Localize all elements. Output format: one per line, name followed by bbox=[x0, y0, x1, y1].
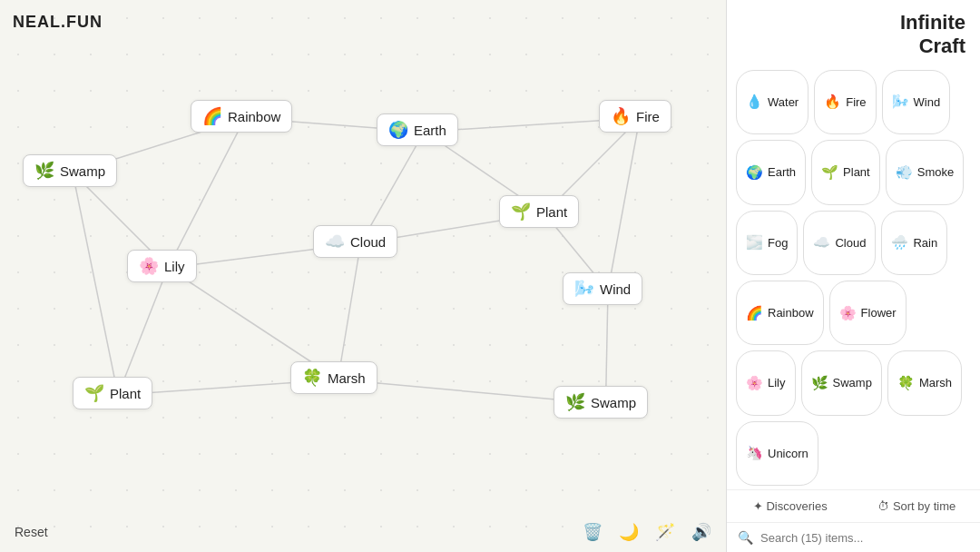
node-marsh[interactable]: 🍀Marsh bbox=[290, 361, 377, 394]
chip-label-marsh: Marsh bbox=[919, 376, 952, 389]
chip-emoji-fire: 🔥 bbox=[824, 94, 841, 110]
node-label-lily: Lily bbox=[164, 259, 185, 274]
chip-smoke[interactable]: 💨Smoke bbox=[886, 140, 964, 204]
node-emoji-earth: 🌍 bbox=[388, 120, 408, 140]
chip-label-flower: Flower bbox=[861, 306, 897, 320]
panel-footer: ✦ Discoveries ⏱ Sort by time 🔍 bbox=[727, 489, 980, 552]
node-earth[interactable]: 🌍Earth bbox=[377, 113, 458, 146]
panel-header: InfiniteCraft bbox=[727, 0, 980, 66]
chip-unicorn[interactable]: 🦄Unicorn bbox=[736, 421, 818, 486]
bottom-bar: Reset 🗑️ 🌙 🪄 🔊 bbox=[0, 512, 726, 552]
node-emoji-cloud: ☁️ bbox=[325, 232, 345, 251]
node-label-plant-mid: Plant bbox=[536, 204, 567, 220]
node-emoji-wind: 🌬️ bbox=[574, 279, 594, 299]
node-rainbow[interactable]: 🌈Rainbow bbox=[191, 100, 292, 133]
chip-label-smoke: Smoke bbox=[917, 165, 954, 179]
chip-emoji-earth: 🌍 bbox=[746, 164, 763, 181]
node-label-swamp-top: Swamp bbox=[60, 163, 105, 179]
search-icon: 🔍 bbox=[738, 530, 753, 545]
node-label-plant-bot: Plant bbox=[110, 386, 141, 401]
chip-label-lily: Lily bbox=[768, 376, 786, 389]
chip-emoji-unicorn: 🦄 bbox=[746, 445, 763, 461]
chip-label-rain: Rain bbox=[913, 236, 937, 250]
chip-label-swamp: Swamp bbox=[833, 376, 872, 389]
svg-line-2 bbox=[168, 118, 245, 268]
moon-icon[interactable]: 🌙 bbox=[619, 522, 639, 542]
node-swamp-bot[interactable]: 🌿Swamp bbox=[554, 386, 648, 419]
node-emoji-swamp-bot: 🌿 bbox=[565, 392, 585, 412]
chip-emoji-wind: 🌬️ bbox=[892, 94, 909, 110]
chip-label-unicorn: Unicorn bbox=[768, 447, 808, 460]
svg-line-7 bbox=[608, 118, 640, 291]
node-plant-mid[interactable]: 🌱Plant bbox=[499, 195, 579, 228]
node-emoji-rainbow: 🌈 bbox=[202, 106, 222, 126]
search-bar: 🔍 bbox=[727, 523, 980, 552]
node-cloud[interactable]: ☁️Cloud bbox=[313, 225, 397, 258]
logo: NEAL.FUN bbox=[13, 13, 103, 32]
node-emoji-swamp-top: 🌿 bbox=[34, 161, 54, 181]
node-label-wind: Wind bbox=[600, 281, 631, 297]
svg-line-13 bbox=[338, 243, 361, 380]
brush-icon[interactable]: 🪄 bbox=[655, 522, 675, 542]
chip-label-rainbow: Rainbow bbox=[768, 306, 814, 320]
elements-grid: 💧Water🔥Fire🌬️Wind🌍Earth🌱Plant💨Smoke🌫️Fog… bbox=[727, 66, 980, 489]
chip-label-wind: Wind bbox=[914, 95, 941, 109]
node-swamp-top[interactable]: 🌿Swamp bbox=[23, 154, 117, 187]
node-emoji-lily: 🌸 bbox=[139, 256, 159, 276]
discoveries-tab[interactable]: ✦ Discoveries bbox=[727, 490, 854, 522]
chip-water[interactable]: 💧Water bbox=[736, 70, 808, 134]
trash-icon[interactable]: 🗑️ bbox=[583, 522, 603, 542]
chip-swamp[interactable]: 🌿Swamp bbox=[801, 350, 882, 415]
reset-button[interactable]: Reset bbox=[15, 525, 48, 539]
node-label-rainbow: Rainbow bbox=[228, 109, 280, 124]
node-label-cloud: Cloud bbox=[350, 234, 386, 250]
chip-emoji-fog: 🌫️ bbox=[746, 234, 763, 251]
chip-emoji-swamp: 🌿 bbox=[811, 375, 828, 391]
chip-flower[interactable]: 🌸Flower bbox=[829, 281, 906, 345]
chip-rainbow[interactable]: 🌈Rainbow bbox=[736, 281, 824, 345]
sound-icon[interactable]: 🔊 bbox=[691, 522, 711, 542]
chip-wind[interactable]: 🌬️Wind bbox=[882, 70, 951, 134]
node-label-fire: Fire bbox=[636, 109, 660, 124]
chip-label-water: Water bbox=[768, 95, 799, 109]
canvas-area: NEAL.FUN Reset 🗑️ 🌙 🪄 🔊 🌈Rainbow🌍Earth🔥F… bbox=[0, 0, 726, 552]
chip-rain[interactable]: 🌧️Rain bbox=[881, 211, 947, 275]
node-plant-bot[interactable]: 🌱Plant bbox=[73, 377, 152, 409]
node-emoji-plant-bot: 🌱 bbox=[84, 383, 104, 403]
node-fire[interactable]: 🔥Fire bbox=[599, 100, 671, 133]
chip-lily[interactable]: 🌸Lily bbox=[736, 350, 796, 415]
chip-label-plant: Plant bbox=[843, 165, 870, 179]
chip-label-fire: Fire bbox=[846, 95, 866, 109]
chip-emoji-rainbow: 🌈 bbox=[746, 305, 763, 321]
right-panel: InfiniteCraft 💧Water🔥Fire🌬️Wind🌍Earth🌱Pl… bbox=[726, 0, 980, 552]
node-emoji-fire: 🔥 bbox=[611, 106, 631, 126]
node-emoji-plant-mid: 🌱 bbox=[511, 202, 531, 222]
chip-label-earth: Earth bbox=[768, 165, 796, 179]
chip-emoji-flower: 🌸 bbox=[839, 305, 857, 321]
svg-line-14 bbox=[118, 268, 168, 395]
sort-tab[interactable]: ⏱ Sort by time bbox=[854, 490, 981, 522]
chip-plant[interactable]: 🌱Plant bbox=[811, 140, 880, 204]
chip-emoji-cloud: ☁️ bbox=[813, 234, 830, 251]
node-label-swamp-bot: Swamp bbox=[591, 395, 636, 410]
node-label-earth: Earth bbox=[414, 123, 446, 138]
chip-earth[interactable]: 🌍Earth bbox=[736, 140, 806, 204]
bottom-icons: 🗑️ 🌙 🪄 🔊 bbox=[583, 522, 711, 542]
footer-tabs: ✦ Discoveries ⏱ Sort by time bbox=[727, 490, 980, 523]
chip-label-fog: Fog bbox=[768, 236, 788, 250]
node-emoji-marsh: 🍀 bbox=[302, 368, 322, 388]
svg-line-9 bbox=[73, 172, 118, 395]
chip-cloud[interactable]: ☁️Cloud bbox=[803, 211, 876, 275]
chip-fire[interactable]: 🔥Fire bbox=[814, 70, 876, 134]
node-wind[interactable]: 🌬️Wind bbox=[563, 272, 642, 305]
panel-title: InfiniteCraft bbox=[741, 11, 965, 59]
node-lily[interactable]: 🌸Lily bbox=[127, 250, 197, 282]
chip-emoji-plant: 🌱 bbox=[821, 164, 838, 181]
chip-emoji-marsh: 🍀 bbox=[897, 375, 915, 391]
chip-emoji-lily: 🌸 bbox=[746, 375, 763, 391]
search-input[interactable] bbox=[760, 531, 969, 545]
chip-emoji-water: 💧 bbox=[746, 94, 763, 110]
chip-fog[interactable]: 🌫️Fog bbox=[736, 211, 798, 275]
node-label-marsh: Marsh bbox=[328, 370, 366, 386]
chip-marsh[interactable]: 🍀Marsh bbox=[887, 350, 962, 415]
